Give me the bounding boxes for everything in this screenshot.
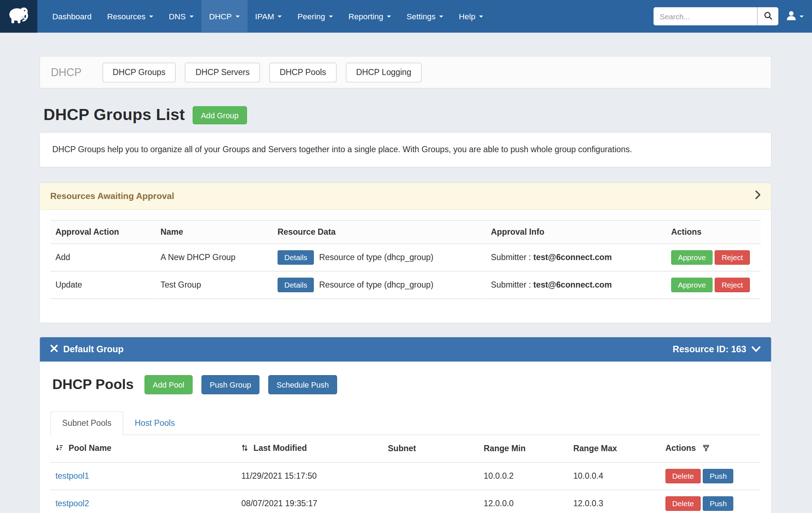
close-icon[interactable] (50, 344, 58, 355)
main-content: DHCP DHCP Groups DHCP Servers DHCP Pools… (0, 56, 812, 513)
pool-name-link[interactable]: testpool1 (55, 472, 89, 480)
chevron-down-icon (189, 15, 194, 18)
subnet-cell (383, 490, 478, 513)
nav-label: DNS (169, 12, 186, 21)
approval-panel-title: Resources Awaiting Approval (50, 191, 174, 201)
dhcp-logging-button[interactable]: DHCP Logging (346, 63, 421, 82)
range-max-cell: 10.0.0.4 (568, 462, 660, 490)
nav-item-reporting[interactable]: Reporting (341, 0, 399, 33)
chevron-down-icon (479, 15, 483, 18)
reject-button[interactable]: Reject (715, 250, 750, 265)
approval-table: Approval Action Name Resource Data Appro… (50, 220, 761, 299)
resource-data-cell: DetailsResource of type (dhcp_group) (272, 244, 486, 271)
pool-name-cell: testpool2 (50, 490, 236, 513)
approve-button[interactable]: Approve (671, 250, 713, 265)
search-input[interactable] (653, 7, 757, 25)
column-header-approval-info: Approval Info (486, 220, 666, 244)
sort-amount-icon[interactable] (55, 444, 65, 453)
group-panel-header: Default Group Resource ID: 163 (40, 337, 771, 362)
chevron-down-icon[interactable] (751, 344, 761, 355)
approve-button[interactable]: Approve (671, 278, 713, 292)
column-label: Pool Name (69, 443, 111, 452)
user-icon (786, 10, 797, 23)
nav-item-help[interactable]: Help (451, 0, 491, 33)
dhcp-pools-button[interactable]: DHCP Pools (269, 63, 336, 82)
nav-item-resources[interactable]: Resources (99, 0, 161, 33)
pools-heading-row: DHCP Pools Add Pool Push Group Schedule … (50, 375, 761, 394)
logo[interactable] (0, 0, 37, 33)
nav-item-dhcp[interactable]: DHCP (201, 0, 247, 33)
nav-item-peering[interactable]: Peering (290, 0, 341, 33)
nav-item-dashboard[interactable]: Dashboard (45, 0, 99, 33)
table-row: testpool2 08/07/2021 19:35:17 12.0.0.0 1… (50, 490, 761, 513)
add-group-button[interactable]: Add Group (193, 106, 247, 124)
push-group-button[interactable]: Push Group (201, 375, 259, 394)
column-header-name: Name (155, 220, 272, 244)
user-menu[interactable] (786, 10, 804, 23)
top-navbar: Dashboard Resources DNS DHCP IPAM Peerin… (0, 0, 812, 33)
approval-panel-header[interactable]: Resources Awaiting Approval (40, 183, 771, 210)
actions-cell: Approve Reject (666, 244, 761, 271)
search-button[interactable] (757, 7, 778, 25)
sort-arrows-icon[interactable] (241, 444, 250, 453)
application-window: Dashboard Resources DNS DHCP IPAM Peerin… (0, 0, 812, 513)
tab-subnet-pools[interactable]: Subnet Pools (50, 412, 124, 435)
resource-data-cell: DetailsResource of type (dhcp_group) (272, 271, 486, 299)
column-header-actions: Actions (660, 435, 761, 462)
actions-cell: Approve Reject (666, 271, 761, 299)
push-button[interactable]: Push (703, 469, 734, 483)
chevron-down-icon (387, 15, 391, 18)
table-row: Add A New DHCP Group DetailsResource of … (50, 244, 761, 271)
table-header-row: Pool Name Last Modified Subnet Range Min… (50, 435, 761, 462)
pool-name-cell: testpool1 (50, 462, 236, 490)
approval-action-cell: Update (50, 271, 155, 299)
tab-host-pools[interactable]: Host Pools (123, 412, 186, 435)
dhcp-servers-button[interactable]: DHCP Servers (185, 63, 260, 82)
name-cell: A New DHCP Group (155, 244, 272, 271)
groups-description-panel: DHCP Groups help you to organize all of … (39, 132, 772, 168)
search-group (653, 7, 778, 25)
chevron-down-icon (329, 15, 333, 18)
submitter-label: Submitter : (491, 280, 531, 289)
nav-item-dns[interactable]: DNS (161, 0, 201, 33)
column-header-subnet: Subnet (383, 435, 478, 462)
resource-data-text: Resource of type (dhcp_group) (319, 280, 433, 289)
range-max-cell: 12.0.0.3 (568, 490, 660, 513)
delete-button[interactable]: Delete (666, 469, 701, 483)
filter-icon[interactable] (700, 444, 710, 453)
column-header-pool-name[interactable]: Pool Name (50, 435, 236, 462)
dhcp-groups-button[interactable]: DHCP Groups (102, 63, 176, 82)
chevron-down-icon (278, 15, 282, 18)
dhcp-pools-heading: DHCP Pools (52, 377, 134, 393)
column-header-approval-action: Approval Action (50, 220, 155, 244)
navbar-right (653, 0, 812, 33)
nav-label: Dashboard (52, 12, 91, 21)
delete-button[interactable]: Delete (666, 496, 701, 511)
resource-data-text: Resource of type (dhcp_group) (319, 253, 433, 262)
add-pool-button[interactable]: Add Pool (145, 375, 193, 394)
default-group-panel: Default Group Resource ID: 163 DHCP Pool… (39, 337, 772, 513)
submitter-email: test@6connect.com (533, 253, 612, 262)
nav-label: IPAM (255, 12, 274, 21)
details-button[interactable]: Details (277, 278, 314, 292)
nav-label: DHCP (209, 12, 232, 21)
page-title-row: DHCP Groups List Add Group (39, 106, 772, 124)
reject-button[interactable]: Reject (715, 278, 750, 292)
schedule-push-button[interactable]: Schedule Push (268, 375, 337, 394)
dhcp-section-bar: DHCP DHCP Groups DHCP Servers DHCP Pools… (39, 56, 772, 89)
nav-item-settings[interactable]: Settings (399, 0, 451, 33)
approval-panel-body: Approval Action Name Resource Data Appro… (40, 210, 771, 323)
nav-item-ipam[interactable]: IPAM (247, 0, 290, 33)
column-header-last-modified[interactable]: Last Modified (236, 435, 382, 462)
group-header-left: Default Group (50, 344, 124, 355)
push-button[interactable]: Push (703, 496, 734, 511)
pool-tabs: Subnet Pools Host Pools (50, 412, 761, 435)
nav-label: Peering (297, 12, 325, 21)
primary-nav: Dashboard Resources DNS DHCP IPAM Peerin… (45, 0, 491, 33)
collapse-chevron-icon[interactable] (755, 190, 761, 202)
pool-name-link[interactable]: testpool2 (55, 499, 89, 508)
nav-label: Help (459, 12, 475, 21)
subnet-cell (383, 462, 478, 490)
details-button[interactable]: Details (277, 250, 314, 265)
group-panel-body: DHCP Pools Add Pool Push Group Schedule … (40, 362, 771, 513)
